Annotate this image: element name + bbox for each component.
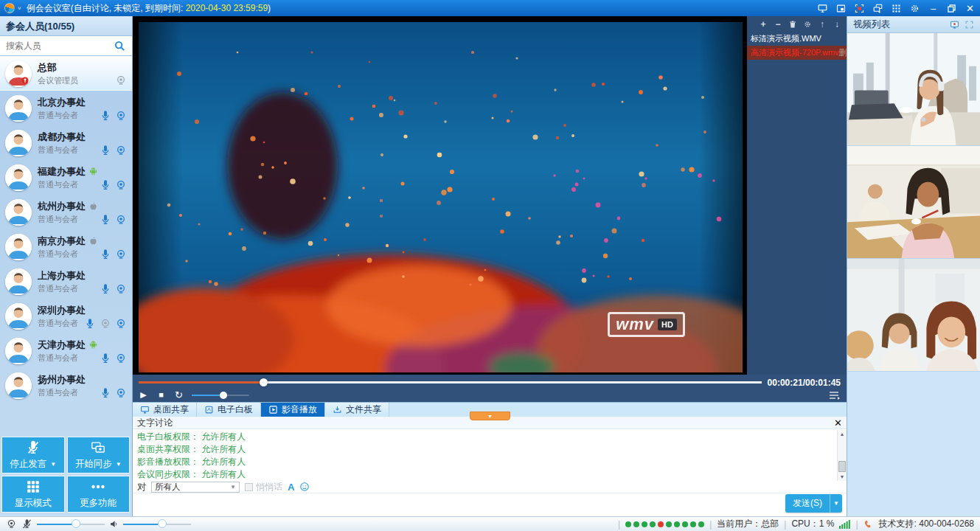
seek-handle[interactable] bbox=[260, 378, 268, 386]
expand-icon[interactable] bbox=[965, 20, 974, 30]
mic-icon[interactable] bbox=[100, 214, 111, 226]
participant-row[interactable]: 南京办事处普通与会者 bbox=[0, 229, 132, 264]
window-icon[interactable] bbox=[835, 3, 847, 14]
scroll-down-icon[interactable]: ▼ bbox=[838, 473, 847, 481]
action-button-1[interactable]: 停止发言▼ bbox=[1, 437, 65, 473]
mic-icon[interactable] bbox=[100, 249, 111, 260]
camera-idle-icon[interactable] bbox=[115, 74, 127, 86]
mic-icon[interactable] bbox=[100, 145, 111, 156]
participant-search bbox=[0, 36, 132, 56]
camera-icon[interactable] bbox=[115, 249, 127, 260]
screen-icon[interactable] bbox=[817, 3, 828, 14]
camera-volume-slider[interactable] bbox=[37, 519, 105, 529]
volume-slider[interactable] bbox=[192, 390, 249, 400]
mic-icon[interactable] bbox=[100, 387, 111, 399]
record-icon[interactable] bbox=[854, 3, 865, 14]
action-button-2[interactable]: 开始同步▼ bbox=[67, 437, 131, 473]
woman-with-headset-feed[interactable] bbox=[847, 33, 980, 146]
participant-row[interactable]: 上海办事处普通与会者 bbox=[0, 264, 132, 299]
participant-name: 扬州办事处 bbox=[38, 373, 86, 386]
send-options-chevron[interactable]: ▼ bbox=[830, 494, 842, 513]
add-icon[interactable]: + bbox=[759, 20, 768, 29]
dither-grid-icon[interactable] bbox=[891, 3, 902, 14]
camera-icon[interactable] bbox=[115, 283, 127, 295]
camera-icon[interactable] bbox=[115, 387, 127, 399]
emoji-icon[interactable] bbox=[299, 482, 310, 492]
chat-collapse-handle[interactable]: ▼ bbox=[470, 412, 510, 420]
scroll-up-icon[interactable]: ▲ bbox=[838, 430, 847, 438]
smiling-group-feed[interactable] bbox=[847, 259, 980, 372]
participant-name: 杭州办事处 bbox=[38, 200, 86, 213]
participant-row[interactable]: 成都办事处普通与会者 bbox=[0, 125, 132, 160]
mic-icon[interactable] bbox=[100, 179, 111, 191]
video-frame[interactable]: wmvHD bbox=[139, 22, 743, 372]
participant-row[interactable]: 总部会议管理员 bbox=[0, 56, 132, 91]
search-input[interactable] bbox=[6, 41, 111, 51]
chevron-down-icon[interactable]: ˅ bbox=[18, 5, 21, 12]
play-button[interactable]: ▶ bbox=[139, 391, 148, 399]
speaker-volume-handle[interactable] bbox=[158, 519, 167, 528]
participant-name: 总部 bbox=[38, 61, 57, 74]
message-input[interactable]: 发送(S) ▼ bbox=[133, 493, 847, 516]
delete-action[interactable]: 删除 bbox=[839, 46, 847, 60]
search-icon[interactable] bbox=[114, 40, 126, 52]
settings-gear-icon[interactable] bbox=[909, 3, 920, 14]
speaker-icon[interactable] bbox=[109, 519, 119, 529]
cascade-windows-icon[interactable] bbox=[872, 3, 883, 14]
monitor-icon[interactable] bbox=[950, 20, 959, 30]
remove-icon[interactable]: − bbox=[774, 20, 782, 29]
font-icon[interactable]: A bbox=[288, 482, 294, 492]
move-up-icon[interactable]: ↑ bbox=[818, 20, 827, 29]
tab-4[interactable]: 文件共享 bbox=[325, 403, 389, 417]
mic-icon[interactable] bbox=[100, 353, 111, 364]
mic-muted-icon[interactable] bbox=[21, 518, 32, 530]
move-down-icon[interactable]: ↓ bbox=[833, 20, 841, 29]
camera-volume-handle[interactable] bbox=[72, 519, 80, 528]
camera-idle-icon[interactable] bbox=[100, 318, 111, 330]
minimize-icon[interactable]: – bbox=[928, 3, 939, 14]
close-icon[interactable]: ✕ bbox=[965, 3, 976, 14]
gear-icon[interactable] bbox=[803, 20, 812, 29]
camera-icon[interactable] bbox=[115, 353, 127, 364]
webcam-icon[interactable] bbox=[6, 518, 17, 530]
restore-icon[interactable] bbox=[946, 3, 957, 14]
recipient-select[interactable]: 所有人▼ bbox=[151, 482, 240, 493]
stop-button[interactable]: ■ bbox=[156, 391, 166, 399]
participant-row[interactable]: 天津办事处普通与会者 bbox=[0, 333, 132, 368]
chat-scrollbar[interactable]: ▲ ▼ bbox=[837, 430, 847, 481]
camera-icon[interactable] bbox=[115, 214, 127, 226]
scroll-thumb[interactable] bbox=[838, 461, 846, 472]
playlist-toggle-icon[interactable] bbox=[829, 391, 841, 400]
camera-icon[interactable] bbox=[115, 318, 127, 330]
action-button-3[interactable]: 显示模式 bbox=[1, 476, 65, 513]
apple-icon bbox=[88, 201, 98, 211]
participant-row[interactable]: 北京办事处普通与会者 bbox=[0, 91, 132, 125]
camera-icon[interactable] bbox=[115, 110, 127, 122]
trash-icon[interactable] bbox=[788, 20, 797, 29]
playlist-item[interactable]: 标清演示视频.WMV bbox=[747, 32, 847, 46]
camera-icon[interactable] bbox=[115, 179, 127, 191]
participant-row[interactable]: 扬州办事处普通与会者 bbox=[0, 368, 132, 403]
close-icon[interactable]: ✕ bbox=[834, 418, 842, 428]
video-list-panel: 视频列表 bbox=[847, 16, 980, 516]
mic-icon[interactable] bbox=[100, 283, 111, 295]
mic-icon[interactable] bbox=[100, 110, 111, 122]
participant-row[interactable]: 福建办事处普通与会者 bbox=[0, 160, 132, 195]
participant-row[interactable]: 杭州办事处普通与会者 bbox=[0, 195, 132, 229]
playlist-item[interactable]: 高清演示视频-720P.wmv删除 bbox=[747, 46, 847, 60]
action-button-4[interactable]: 更多功能 bbox=[67, 476, 131, 513]
tab-3[interactable]: 影音播放 bbox=[261, 403, 325, 417]
tab-2[interactable]: 电子白板 bbox=[197, 403, 261, 417]
camera-icon[interactable] bbox=[115, 145, 127, 156]
meeting-room-feed[interactable] bbox=[847, 146, 980, 259]
replay-button[interactable]: ↻ bbox=[174, 390, 184, 400]
send-button[interactable]: 发送(S) ▼ bbox=[785, 494, 842, 513]
whisper-checkbox[interactable] bbox=[245, 483, 253, 491]
speaker-volume-slider[interactable] bbox=[123, 519, 191, 529]
mic-icon[interactable] bbox=[84, 318, 96, 330]
tab-1[interactable]: 桌面共享 bbox=[133, 403, 197, 417]
participant-row[interactable]: 深圳办事处普通与会者 bbox=[0, 299, 132, 333]
volume-handle[interactable] bbox=[220, 392, 227, 399]
app-logo-icon[interactable] bbox=[4, 3, 15, 13]
seek-bar[interactable] bbox=[139, 378, 762, 387]
